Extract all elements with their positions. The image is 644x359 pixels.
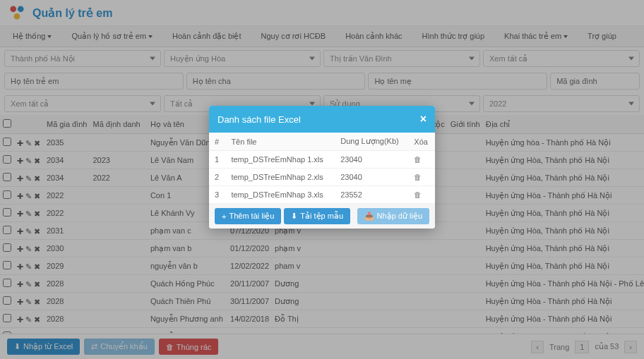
modal-cell: 23040: [335, 151, 408, 169]
import-icon: 📥: [364, 212, 374, 221]
modal-cell: 23040: [335, 169, 408, 186]
modal-cell: 1: [209, 151, 225, 169]
modal-col: #: [209, 133, 225, 151]
download-icon: ⬇: [291, 212, 297, 221]
plus-icon: +: [222, 212, 226, 221]
trash-icon[interactable]: 🗑: [414, 155, 422, 164]
modal-row: 1temp_DSTreEmNhap 1.xls23040🗑: [209, 151, 435, 169]
modal-cell: 23552: [335, 186, 408, 204]
import-data-button[interactable]: 📥Nhập dữ liệu: [357, 208, 429, 224]
add-file-button[interactable]: +Thêm tài liệu: [215, 208, 281, 224]
trash-icon[interactable]: 🗑: [414, 173, 422, 181]
modal-title: Danh sách file Excel: [217, 114, 301, 125]
trash-icon[interactable]: 🗑: [414, 190, 422, 199]
modal-cell: 3: [209, 186, 225, 204]
modal-col: Xóa: [408, 133, 435, 151]
modal-col: Dung Lượng(Kb): [335, 133, 408, 151]
modal-cell: temp_DSTreEmNhap 3.xls: [225, 186, 335, 204]
excel-files-modal: Danh sách file Excel × #Tên fileDung Lượ…: [209, 106, 435, 229]
modal-cell: temp_DSTreEmNhap 1.xls: [225, 151, 335, 169]
modal-cell: temp_DSTreEmNhap 2.xls: [225, 169, 335, 186]
modal-cell: 2: [209, 169, 225, 186]
close-icon[interactable]: ×: [420, 113, 427, 126]
modal-overlay[interactable]: Danh sách file Excel × #Tên fileDung Lượ…: [0, 0, 644, 359]
download-template-button[interactable]: ⬇Tải tệp mẫu: [284, 208, 350, 224]
modal-col: Tên file: [225, 133, 335, 151]
modal-row: 2temp_DSTreEmNhap 2.xls23040🗑: [209, 169, 435, 186]
modal-row: 3temp_DSTreEmNhap 3.xls23552🗑: [209, 186, 435, 204]
